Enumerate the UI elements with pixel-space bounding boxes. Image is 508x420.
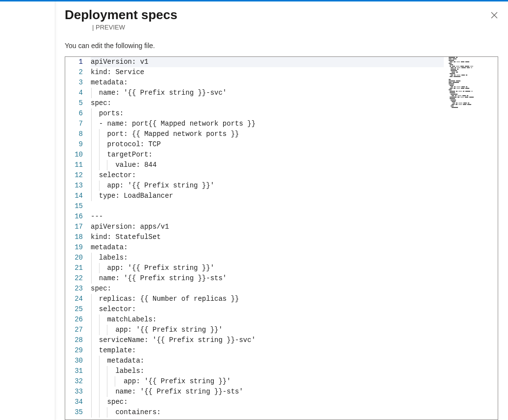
indent-guide [91,129,92,139]
line-number: 15 [65,201,83,211]
minimap-row [447,64,498,65]
minimap-row [447,82,498,83]
line-number: 20 [65,253,83,263]
indent-guide [99,150,100,160]
code-line[interactable]: protocol: TCP [91,139,444,150]
code-line[interactable]: name: '{{ Prefix string }}-sts' [91,387,444,397]
indent-guide [99,160,100,170]
minimap-row [447,79,498,80]
minimap-row [447,70,498,71]
minimap-row [447,105,498,106]
code-line[interactable]: metadata: [91,356,444,366]
indent-guide [91,335,92,345]
code-line[interactable]: labels: [91,253,444,263]
minimap-row [447,86,498,87]
code-line[interactable]: labels: [91,366,444,376]
minimap-row [447,60,498,61]
code-line[interactable]: containers: [91,407,444,418]
indent-guide [91,304,92,315]
code-line[interactable]: spec: [91,98,444,108]
indent-guide [91,119,92,129]
code-line[interactable]: app: '{{ Prefix string }}' [91,263,444,273]
minimap-row [447,100,498,101]
line-number: 11 [65,160,83,170]
close-button[interactable] [487,8,501,22]
indent-guide [99,129,100,139]
line-number: 3 [65,78,83,88]
code-editor[interactable]: 1234567891011121314151617181920212223242… [65,56,498,420]
indent-guide [99,366,100,376]
code-line[interactable]: name: '{{ Prefix string }}-sts' [91,273,444,284]
line-number: 31 [65,366,83,376]
minimap[interactable] [447,57,498,420]
editor-body: 1234567891011121314151617181920212223242… [65,57,498,420]
code-line[interactable]: template: [91,345,444,356]
code-area[interactable]: apiVersion: v1kind: Servicemetadata: nam… [91,57,498,420]
main-panel: Deployment specs | PREVIEW You can edit … [55,1,508,420]
indent-guide [91,387,92,397]
indent-guide [91,397,92,407]
line-number: 24 [65,294,83,304]
code-line[interactable]: targetPort: [91,150,444,160]
line-number: 33 [65,387,83,397]
code-line[interactable]: type: LoadBalancer [91,191,444,201]
left-gutter-panel [0,1,55,420]
minimap-row [447,63,498,64]
line-number: 2 [65,67,83,78]
code-line[interactable]: app: '{{ Prefix string }}' [91,181,444,191]
code-line[interactable]: port: {{ Mapped network ports }} [91,129,444,139]
indent-guide [99,407,100,418]
line-number: 30 [65,356,83,366]
indent-guide [99,325,100,335]
line-number: 7 [65,119,83,129]
indent-guide [107,407,107,418]
code-line[interactable]: spec: [91,397,444,407]
indent-guide [99,397,100,407]
indent-guide [91,273,92,284]
code-line[interactable]: apiVersion: v1 [91,57,444,67]
line-number: 4 [65,88,83,98]
line-number: 23 [65,284,83,294]
panel-header: Deployment specs | PREVIEW [65,7,498,31]
code-line[interactable]: - name: port{{ Mapped network ports }} [91,119,444,129]
code-line[interactable]: metadata: [91,242,444,253]
line-number: 8 [65,129,83,139]
indent-guide [91,191,92,201]
code-line[interactable]: value: 844 [91,160,444,170]
code-line[interactable]: --- [91,211,444,222]
indent-guide [91,376,92,387]
indent-guide [91,170,92,181]
minimap-row [447,85,498,86]
line-number: 12 [65,170,83,181]
minimap-row [447,67,498,68]
code-line[interactable]: apiVersion: apps/v1 [91,222,444,232]
minimap-row [447,61,498,62]
indent-guide [91,253,92,263]
code-line[interactable]: selector: [91,304,444,315]
code-line[interactable]: matchLabels: [91,315,444,325]
indent-guide [107,325,107,335]
code-line[interactable]: metadata: [91,78,444,88]
code-line[interactable]: selector: [91,170,444,181]
line-number: 28 [65,335,83,345]
indent-guide [91,139,92,150]
code-line[interactable]: kind: Service [91,67,444,78]
close-icon [491,12,498,19]
code-line[interactable]: app: '{{ Prefix string }}' [91,325,444,335]
code-line[interactable]: replicas: {{ Number of replicas }} [91,294,444,304]
code-line[interactable] [91,201,444,211]
minimap-row [447,107,498,108]
code-line[interactable]: name: '{{ Prefix string }}-svc' [91,88,444,98]
code-lines[interactable]: apiVersion: v1kind: Servicemetadata: nam… [91,57,444,418]
minimap-row [447,104,498,105]
indent-guide [99,139,100,150]
minimap-row [447,69,498,70]
code-line[interactable]: kind: StatefulSet [91,232,444,242]
code-line[interactable]: ports: [91,108,444,119]
code-line[interactable]: serviceName: '{{ Prefix string }}-svc' [91,335,444,345]
code-line[interactable]: app: '{{ Prefix string }}' [91,376,444,387]
indent-guide [91,356,92,366]
line-number: 18 [65,232,83,242]
code-line[interactable]: spec: [91,284,444,294]
indent-guide [99,263,100,273]
